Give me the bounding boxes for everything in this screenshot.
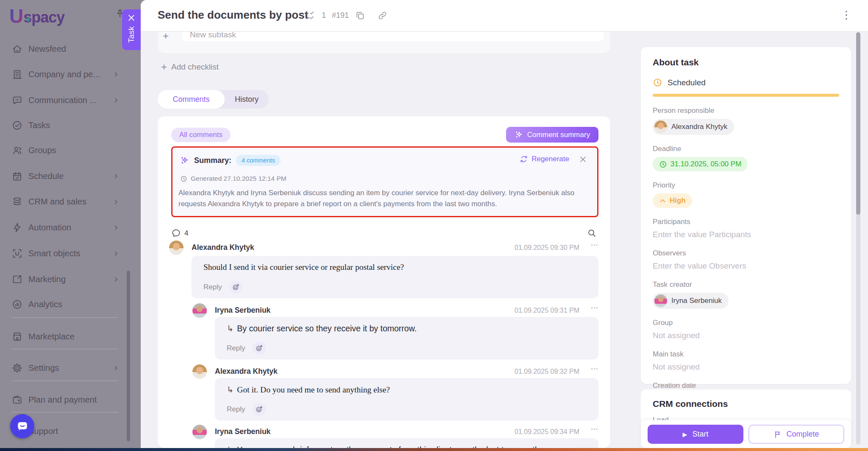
uspacy-logo[interactable]: U spacy	[9, 7, 64, 28]
avatar[interactable]	[169, 241, 184, 255]
reply-button[interactable]: Reply	[227, 344, 245, 353]
smart-objects-icon	[11, 248, 23, 259]
all-comments-filter[interactable]: All comments	[171, 128, 231, 142]
sidebar-item-newsfeed[interactable]: Newsfeed	[11, 41, 122, 56]
task-panel-tab[interactable]: Task	[122, 9, 141, 50]
sidebar-divider	[11, 381, 118, 381]
ai-summary-box: Summary: 4 comments Regenerate Generated…	[171, 146, 598, 217]
regenerate-icon	[520, 155, 528, 163]
comment-author[interactable]: Iryna Serbeniuk	[215, 427, 270, 436]
group-value[interactable]: Not assigned	[653, 331, 839, 340]
avatar[interactable]	[192, 425, 207, 439]
flag-icon	[773, 430, 782, 439]
sidebar-item-marketing[interactable]: Marketing	[11, 272, 122, 287]
participants-placeholder[interactable]: Enter the value Participants	[653, 230, 839, 239]
comment-menu-icon[interactable]: •••	[591, 305, 598, 310]
avatar[interactable]	[192, 303, 207, 318]
complete-button[interactable]: Complete	[748, 425, 844, 444]
add-reaction-icon[interactable]	[253, 403, 266, 416]
comment-menu-icon[interactable]: •••	[591, 426, 598, 431]
comment-text: Should I send it via courier service or …	[203, 263, 404, 272]
comment-author[interactable]: Alexandra Khytyk	[215, 367, 278, 376]
status-clock-icon	[653, 78, 662, 87]
comment-author[interactable]: Alexandra Khytyk	[192, 243, 254, 252]
subtask-count: 1	[322, 11, 326, 20]
calendar-icon	[11, 171, 23, 182]
chevron-right-icon	[113, 250, 119, 257]
reply-button[interactable]: Reply	[227, 405, 245, 414]
tab-history[interactable]: History	[225, 90, 269, 109]
sidebar-item-tasks[interactable]: Tasks	[11, 118, 122, 133]
chevron-right-icon	[113, 199, 119, 205]
sidebar-item-automation[interactable]: Automation	[11, 220, 122, 235]
summary-comment-count-badge: 4 comments	[236, 155, 281, 166]
store-icon	[11, 331, 23, 342]
comments-history-tabs: Comments History	[158, 90, 269, 109]
main-task-label: Main task	[653, 350, 839, 359]
copy-icon[interactable]	[355, 10, 365, 21]
task-number: #191	[332, 11, 349, 20]
sidebar-item-groups[interactable]: Groups	[11, 143, 122, 158]
main-task-value[interactable]: Not assigned	[653, 362, 839, 372]
priority-value[interactable]: High	[653, 193, 692, 208]
sidebar-item-plan-payment[interactable]: Plan and payment	[11, 392, 122, 407]
reply-button[interactable]: Reply	[203, 283, 222, 291]
comment-menu-icon[interactable]: •••	[591, 242, 598, 247]
add-checklist-button[interactable]: + Add checklist	[161, 62, 219, 72]
sparkles-icon	[180, 156, 189, 165]
subtask-section: +	[158, 32, 610, 53]
task-modal: Send the documents by post 1 #191 ⋮ + + …	[141, 0, 868, 448]
sidebar-item-communication[interactable]: Communication ...	[11, 92, 122, 108]
person-responsible-chip[interactable]: Alexandra Khytyk	[653, 119, 734, 135]
sidebar-item-crm[interactable]: CRM and sales	[11, 194, 122, 209]
sidebar-item-company[interactable]: Company and pe...	[11, 67, 122, 82]
sidebar-item-label: Tasks	[28, 120, 50, 130]
avatar[interactable]	[192, 364, 207, 379]
avatar	[654, 294, 667, 307]
avatar	[654, 120, 667, 133]
summary-text: Alexandra Khytyk and Iryna Serbeniuk dis…	[178, 188, 595, 210]
task-status[interactable]: Scheduled	[653, 78, 839, 87]
sidebar-item-label: Settings	[28, 363, 59, 373]
link-icon[interactable]	[377, 10, 388, 21]
sidebar-item-label: Marketing	[28, 275, 66, 284]
comment-menu-icon[interactable]: •••	[591, 366, 598, 371]
summary-title: Summary:	[194, 156, 231, 165]
close-icon[interactable]	[127, 14, 136, 22]
sidebar-item-settings[interactable]: Settings	[11, 360, 122, 375]
sidebar-item-marketplace[interactable]: Marketplace	[11, 329, 122, 344]
sidebar-item-label: Plan and payment	[28, 395, 97, 405]
chevron-right-icon	[113, 97, 119, 104]
comment-summary-button[interactable]: Comment summary	[506, 127, 598, 143]
main-scrollbar-thumb[interactable]	[856, 32, 860, 215]
add-reaction-icon[interactable]	[229, 280, 242, 294]
kebab-menu-icon[interactable]: ⋮	[841, 8, 852, 21]
sidebar-item-schedule[interactable]: Schedule	[11, 168, 122, 184]
observers-placeholder[interactable]: Enter the value Observers	[653, 261, 839, 271]
close-summary-icon[interactable]	[579, 155, 587, 163]
task-creator-chip[interactable]: Iryna Serbeniuk	[653, 293, 729, 309]
reply-arrow-icon: ↳	[227, 445, 234, 448]
regenerate-button[interactable]: Regenerate	[520, 155, 569, 163]
deadline-value[interactable]: 31.10.2025, 05:00 PM	[653, 157, 748, 171]
comment-author[interactable]: Iryna Serbeniuk	[215, 306, 270, 315]
comments-card: All comments Comment summary Summary: 4 …	[158, 116, 610, 448]
support-chat-button[interactable]	[10, 414, 34, 438]
task-title[interactable]: Send the documents by post	[158, 8, 308, 22]
logo-text: spacy	[23, 7, 64, 28]
tab-comments[interactable]: Comments	[158, 90, 225, 109]
sidebar-item-smart-objects[interactable]: Smart objects	[11, 246, 122, 261]
add-reaction-icon[interactable]	[253, 342, 266, 355]
comment-header: Alexandra Khytyk 01.09.2025 09:30 PM •••	[192, 241, 598, 255]
new-subtask-input[interactable]	[182, 32, 604, 41]
stack-icon	[11, 196, 23, 207]
subtasks-icon[interactable]	[305, 10, 316, 21]
sidebar-scrollbar[interactable]	[127, 271, 130, 441]
chevron-right-icon	[113, 71, 119, 78]
sidebar-item-analytics[interactable]: Analytics	[11, 297, 122, 312]
wallet-icon	[11, 394, 23, 406]
search-comments-icon[interactable]	[587, 228, 597, 238]
gear-icon	[11, 362, 23, 374]
start-button[interactable]: ▶ Start	[648, 425, 743, 444]
sidebar-item-label: Groups	[28, 146, 56, 155]
